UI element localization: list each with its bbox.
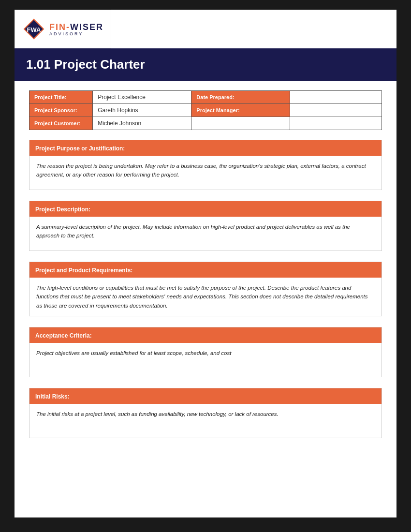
section-description-header: Project Description: xyxy=(29,201,382,217)
project-customer-value: Michele Johnson xyxy=(93,117,191,130)
main-content: Project Title: Project Excellence Date P… xyxy=(15,81,396,458)
section-description: Project Description: A summary-level des… xyxy=(29,201,382,251)
section-purpose-text: The reason the project is being undertak… xyxy=(36,162,375,179)
project-customer-label: Project Customer: xyxy=(29,117,93,130)
date-prepared-value xyxy=(290,91,382,104)
logo-area: FWA FIN-WISER ADVISORY xyxy=(15,10,111,48)
table-row: Project Customer: Michele Johnson xyxy=(29,117,382,130)
page-title: 1.01 Project Charter xyxy=(26,57,385,72)
logo-advisory: ADVISORY xyxy=(49,31,103,36)
section-risks-text: The initial risks at a project level, su… xyxy=(36,410,375,418)
section-requirements: Project and Product Requirements: The hi… xyxy=(29,262,382,316)
blank-value xyxy=(290,117,382,130)
table-row: Project Sponsor: Gareth Hopkins Project … xyxy=(29,104,382,117)
project-title-label: Project Title: xyxy=(29,91,93,104)
section-purpose-header: Project Purpose or Justification: xyxy=(29,140,382,156)
section-requirements-title: Project and Product Requirements: xyxy=(35,267,132,274)
logo-brand: FIN-WISER xyxy=(49,22,103,32)
section-risks: Initial Risks: The initial risks at a pr… xyxy=(29,388,382,438)
blank-label xyxy=(191,117,290,130)
section-acceptance-text: Project objectives are usually establish… xyxy=(36,349,375,357)
section-acceptance-title: Acceptance Criteria: xyxy=(35,332,92,339)
section-description-body: A summary-level description of the proje… xyxy=(29,217,382,251)
logo-diamond-icon: FWA xyxy=(22,17,45,41)
section-purpose-title: Project Purpose or Justification: xyxy=(35,145,125,152)
table-row: Project Title: Project Excellence Date P… xyxy=(29,91,382,104)
logo-brand-part2: WISER xyxy=(70,22,103,32)
logo-text: FIN-WISER ADVISORY xyxy=(49,22,103,36)
section-risks-body: The initial risks at a project level, su… xyxy=(29,404,382,438)
date-prepared-label: Date Prepared: xyxy=(191,91,290,104)
project-title-value: Project Excellence xyxy=(93,91,191,104)
project-manager-value xyxy=(290,104,382,117)
info-table: Project Title: Project Excellence Date P… xyxy=(29,90,382,130)
section-acceptance-body: Project objectives are usually establish… xyxy=(29,343,382,377)
title-bar: 1.01 Project Charter xyxy=(15,48,396,81)
section-acceptance-header: Acceptance Criteria: xyxy=(29,327,382,343)
section-risks-header: Initial Risks: xyxy=(29,388,382,404)
section-requirements-header: Project and Product Requirements: xyxy=(29,262,382,278)
logo-brand-part1: FIN- xyxy=(49,22,70,32)
logo-container: FWA FIN-WISER ADVISORY xyxy=(22,17,103,41)
section-risks-title: Initial Risks: xyxy=(35,393,70,400)
section-acceptance: Acceptance Criteria: Project objectives … xyxy=(29,327,382,377)
page: FWA FIN-WISER ADVISORY 1.01 Project Char… xyxy=(15,10,396,517)
section-description-text: A summary-level description of the proje… xyxy=(36,222,375,240)
section-requirements-body: The high-level conditions or capabilitie… xyxy=(29,278,382,316)
project-sponsor-value: Gareth Hopkins xyxy=(93,104,191,117)
project-manager-label: Project Manager: xyxy=(191,104,290,117)
project-sponsor-label: Project Sponsor: xyxy=(29,104,93,117)
section-description-title: Project Description: xyxy=(35,206,90,213)
svg-text:FWA: FWA xyxy=(27,26,41,33)
section-requirements-text: The high-level conditions or capabilitie… xyxy=(36,283,375,310)
section-purpose-body: The reason the project is being undertak… xyxy=(29,156,382,190)
section-purpose: Project Purpose or Justification: The re… xyxy=(29,140,382,190)
